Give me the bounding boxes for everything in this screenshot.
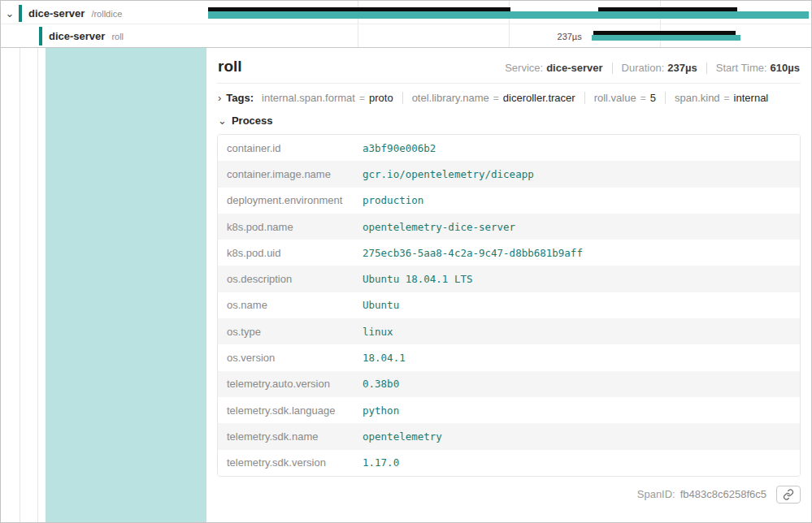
table-row: k8s.pod.uid 275ecb36-5aa8-4c2a-9c47-d8bb…: [218, 240, 800, 266]
span-row-rolldice[interactable]: ⌄ dice-server /rolldice: [1, 3, 811, 24]
span-service-name: dice-server: [49, 30, 105, 42]
start-time-value: 610µs: [771, 62, 800, 74]
tag-item: otel.library.name = diceroller.tracer: [402, 92, 575, 104]
equals-sign: =: [359, 93, 365, 104]
indent-guide: [37, 48, 38, 522]
kv-value: Ubuntu: [363, 299, 399, 311]
tag-value: 5: [650, 92, 656, 104]
tag-item: internal.span.format = proto: [262, 92, 393, 104]
table-row: os.version 18.04.1: [218, 344, 800, 370]
tag-value: diceroller.tracer: [503, 92, 575, 104]
kv-key: os.version: [218, 352, 363, 364]
span-operation-name: roll: [111, 32, 124, 41]
start-time-label: Start Time:: [716, 62, 767, 74]
kv-key: container.image.name: [218, 168, 363, 180]
equals-sign: =: [724, 93, 730, 104]
span-id-label: SpanID:: [637, 488, 675, 500]
span-bar-cell[interactable]: [206, 3, 811, 24]
kv-value: 1.17.0: [363, 456, 399, 469]
table-row: telemetry.auto.version 0.38b0: [218, 371, 800, 397]
process-kv-table: container.id a3bf90e006b2 container.imag…: [217, 134, 801, 477]
tag-item: span.kind = internal: [665, 92, 768, 104]
tags-label: Tags:: [226, 92, 254, 104]
table-row: k8s.pod.name opentelemetry-dice-server: [218, 214, 800, 240]
span-bar-cell[interactable]: 237µs: [206, 25, 811, 47]
span-detail-header: roll Service: dice-server Duration: 237µ…: [217, 54, 801, 84]
chevron-down-icon[interactable]: ⌄: [218, 115, 227, 126]
table-row: telemetry.sdk.language python: [218, 397, 800, 423]
kv-key: telemetry.sdk.name: [218, 430, 363, 443]
span-duration-label: 237µs: [206, 25, 588, 47]
divider: [612, 63, 613, 74]
kv-value: linux: [363, 326, 393, 338]
span-color-accent: [39, 27, 42, 45]
span-id-value: fb483c8c6258f6c5: [680, 488, 766, 500]
kv-value: Ubuntu 18.04.1 LTS: [363, 273, 472, 285]
table-row: telemetry.sdk.version 1.17.0: [218, 450, 800, 476]
span-detail-area: roll Service: dice-server Duration: 237µ…: [1, 47, 811, 522]
kv-key: telemetry.sdk.language: [218, 404, 363, 417]
tag-key: roll.value: [594, 92, 636, 104]
span-operation-name: /rolldice: [91, 9, 122, 19]
kv-value: a3bf90e006b2: [363, 142, 436, 154]
kv-key: k8s.pod.name: [218, 221, 363, 233]
table-row: telemetry.sdk.name opentelemetry: [218, 423, 800, 449]
process-section-header[interactable]: ⌄ Process: [217, 115, 801, 127]
kv-key: os.type: [218, 326, 363, 338]
tag-key: otel.library.name: [412, 92, 489, 104]
chevron-right-icon[interactable]: ›: [218, 93, 221, 103]
span-bar-fill: [592, 35, 740, 41]
kv-value: python: [363, 404, 399, 417]
kv-value: 275ecb36-5aa8-4c2a-9c47-d8bb681b9aff: [363, 247, 583, 259]
span-row-roll[interactable]: dice-server roll 237µs: [1, 25, 811, 47]
kv-value: opentelemetry: [363, 430, 442, 443]
trace-detail-view: ⌄ dice-server /rolldice dice-server roll…: [0, 0, 812, 523]
kv-key: os.description: [218, 273, 363, 285]
span-overview: Service: dice-server Duration: 237µs Sta…: [505, 62, 800, 74]
tags-section-header[interactable]: › Tags: internal.span.format = proto ote…: [217, 92, 801, 104]
divider: [706, 63, 707, 74]
span-service-name: dice-server: [28, 7, 85, 19]
kv-key: os.name: [218, 299, 363, 311]
table-row: container.image.name gcr.io/opentelemetr…: [218, 161, 800, 187]
kv-key: telemetry.sdk.version: [218, 456, 363, 469]
indent-guide: [20, 48, 20, 522]
service-label: Service:: [505, 62, 543, 74]
selected-span-highlight: [46, 48, 206, 522]
table-row: os.type linux: [218, 318, 800, 344]
tag-value: internal: [734, 92, 769, 104]
span-bar[interactable]: [592, 31, 740, 41]
span-title: roll: [218, 58, 242, 76]
span-detail-panel: roll Service: dice-server Duration: 237µ…: [206, 48, 811, 522]
kv-key: telemetry.auto.version: [218, 378, 363, 390]
span-detail-footer: SpanID: fb483c8c6258f6c5: [217, 486, 801, 504]
kv-value: 0.38b0: [363, 378, 399, 390]
kv-key: k8s.pod.uid: [218, 247, 363, 259]
table-row: os.description Ubuntu 18.04.1 LTS: [218, 266, 800, 292]
span-name-cell[interactable]: ⌄ dice-server /rolldice: [1, 3, 206, 24]
tag-key: internal.span.format: [262, 92, 355, 104]
kv-value: 18.04.1: [363, 352, 406, 364]
critical-path-segment: [208, 7, 510, 11]
span-name-cell[interactable]: dice-server roll: [1, 25, 206, 47]
kv-value: opentelemetry-dice-server: [363, 221, 515, 233]
process-label: Process: [232, 115, 273, 127]
table-row: deployment.environment production: [218, 188, 800, 214]
collapse-chevron-icon[interactable]: ⌄: [1, 8, 19, 19]
tag-key: span.kind: [675, 92, 720, 104]
kv-key: container.id: [218, 142, 363, 154]
kv-value: gcr.io/opentelemetry/diceapp: [363, 168, 534, 180]
tag-item: roll.value = 5: [584, 92, 656, 104]
table-row: container.id a3bf90e006b2: [218, 135, 800, 161]
critical-path-segment: [598, 7, 737, 11]
deep-link-button[interactable]: [776, 486, 801, 504]
table-row: os.name Ubuntu: [218, 292, 800, 318]
duration-label: Duration:: [622, 62, 665, 74]
equals-sign: =: [640, 93, 646, 104]
tag-value: proto: [369, 92, 393, 104]
duration-value: 237µs: [667, 62, 697, 74]
service-value: dice-server: [546, 62, 602, 74]
link-icon: [783, 489, 794, 500]
span-bar[interactable]: [208, 11, 809, 19]
span-color-accent: [19, 5, 22, 22]
